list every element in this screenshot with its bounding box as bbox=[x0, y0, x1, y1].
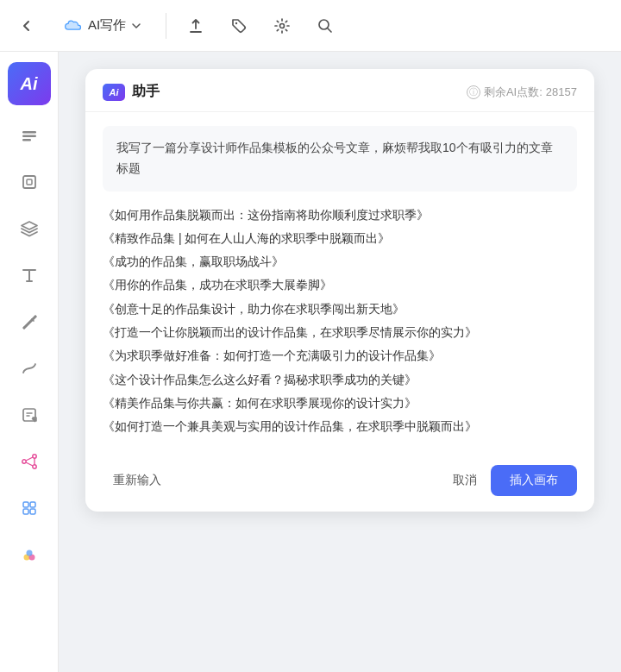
cloud-icon bbox=[64, 19, 83, 33]
action-bar: 重新输入 取消 插入画布 bbox=[85, 451, 594, 512]
settings-button[interactable] bbox=[268, 12, 296, 40]
svg-rect-4 bbox=[22, 135, 36, 138]
curve-icon bbox=[20, 359, 39, 378]
sidebar-item-frame[interactable] bbox=[8, 160, 51, 204]
nodes-icon bbox=[20, 452, 39, 471]
tag-icon bbox=[230, 17, 248, 35]
svg-point-9 bbox=[22, 460, 25, 463]
upload-icon bbox=[187, 17, 204, 35]
svg-point-10 bbox=[32, 455, 35, 458]
sidebar-item-curve[interactable] bbox=[8, 347, 51, 390]
layers-icon bbox=[20, 219, 39, 238]
tag-button[interactable] bbox=[225, 12, 253, 40]
back-button[interactable] bbox=[14, 13, 40, 39]
ai-write-label: AI写作 bbox=[88, 17, 126, 34]
points-label: 剩余AI点数: bbox=[484, 85, 543, 100]
ai-sidebar-badge[interactable]: Ai bbox=[8, 62, 51, 105]
svg-point-1 bbox=[280, 23, 285, 28]
settings-icon bbox=[273, 17, 291, 35]
svg-rect-15 bbox=[23, 502, 28, 507]
query-box: 我写了一篇分享设计师作品集模板的公众号文章，麻烦帮我取10个有吸引力的文章标题 bbox=[103, 126, 577, 192]
result-item: 《创意十足的作品集设计，助力你在求职季闯出新天地》 bbox=[103, 298, 577, 321]
cancel-button[interactable]: 取消 bbox=[439, 466, 491, 495]
plugin-icon bbox=[20, 499, 39, 518]
svg-line-13 bbox=[26, 462, 33, 466]
sidebar-item-nodes[interactable] bbox=[8, 440, 51, 483]
search-icon bbox=[317, 17, 334, 35]
search-button[interactable] bbox=[311, 12, 339, 40]
toolbar: AI写作 bbox=[0, 0, 621, 52]
ai-panel-title-text: 助手 bbox=[132, 83, 160, 101]
svg-point-2 bbox=[319, 20, 329, 29]
lines-icon bbox=[20, 126, 39, 145]
sidebar-item-note[interactable] bbox=[8, 393, 51, 436]
note-icon bbox=[20, 405, 39, 424]
result-item: 《精美作品集与你共赢：如何在求职季展现你的设计实力》 bbox=[103, 392, 577, 415]
pen-icon bbox=[20, 312, 39, 331]
frame-icon bbox=[20, 173, 39, 192]
result-item: 《如何打造一个兼具美观与实用的设计作品集，在求职季中脱颖而出》 bbox=[103, 415, 577, 438]
sidebar: Ai bbox=[0, 52, 59, 672]
svg-rect-3 bbox=[22, 131, 36, 134]
sidebar-item-tokens[interactable] bbox=[8, 533, 51, 576]
result-item: 《用你的作品集，成功在求职季大展拳脚》 bbox=[103, 273, 577, 297]
points-value: 28157 bbox=[546, 85, 577, 98]
svg-point-0 bbox=[235, 22, 237, 23]
result-item: 《这个设计作品集怎么这么好看？揭秘求职季成功的关键》 bbox=[103, 368, 577, 392]
sidebar-item-lines[interactable] bbox=[8, 114, 51, 157]
ai-panel-header: Ai 助手 ⓘ 剩余AI点数: 28157 bbox=[85, 69, 594, 112]
results-box: 《如何用作品集脱颖而出：这份指南将助你顺利度过求职季》《精致作品集 | 如何在人… bbox=[103, 204, 577, 439]
ai-logo: Ai bbox=[103, 84, 125, 101]
sidebar-item-pen[interactable] bbox=[8, 300, 51, 343]
insert-button[interactable]: 插入画布 bbox=[491, 465, 577, 496]
text-icon bbox=[20, 266, 39, 285]
info-icon: ⓘ bbox=[467, 85, 480, 99]
svg-point-11 bbox=[32, 465, 35, 468]
result-item: 《成功的作品集，赢取职场战斗》 bbox=[103, 250, 577, 273]
result-item: 《打造一个让你脱颖而出的设计作品集，在求职季尽情展示你的实力》 bbox=[103, 321, 577, 344]
main-area: Ai bbox=[0, 52, 621, 672]
tokens-icon bbox=[20, 545, 39, 564]
toolbar-divider bbox=[166, 13, 166, 39]
ai-panel-title: Ai 助手 bbox=[103, 83, 160, 101]
content-area: Ai 助手 ⓘ 剩余AI点数: 28157 我写了一篇分享设计师作品集模板的公众… bbox=[59, 52, 621, 672]
sidebar-item-text[interactable] bbox=[8, 254, 51, 297]
ai-points: ⓘ 剩余AI点数: 28157 bbox=[467, 85, 577, 100]
result-item: 《精致作品集 | 如何在人山人海的求职季中脱颖而出》 bbox=[103, 227, 577, 250]
ai-write-button[interactable]: AI写作 bbox=[55, 12, 150, 39]
reinput-button[interactable]: 重新输入 bbox=[103, 466, 172, 495]
sidebar-item-plugin[interactable] bbox=[8, 487, 51, 530]
svg-point-21 bbox=[26, 550, 32, 556]
upload-button[interactable] bbox=[182, 12, 210, 40]
query-text: 我写了一篇分享设计师作品集模板的公众号文章，麻烦帮我取10个有吸引力的文章标题 bbox=[116, 141, 553, 175]
chevron-down-icon bbox=[131, 21, 141, 31]
svg-rect-7 bbox=[27, 179, 32, 185]
svg-line-12 bbox=[26, 457, 33, 461]
svg-rect-5 bbox=[22, 139, 31, 141]
result-item: 《为求职季做好准备：如何打造一个充满吸引力的设计作品集》 bbox=[103, 344, 577, 367]
sidebar-item-layers[interactable] bbox=[8, 207, 51, 250]
svg-rect-6 bbox=[23, 176, 35, 188]
svg-rect-18 bbox=[30, 509, 35, 514]
svg-rect-17 bbox=[23, 509, 28, 514]
svg-rect-16 bbox=[30, 502, 35, 507]
ai-panel: Ai 助手 ⓘ 剩余AI点数: 28157 我写了一篇分享设计师作品集模板的公众… bbox=[85, 69, 594, 512]
result-item: 《如何用作品集脱颖而出：这份指南将助你顺利度过求职季》 bbox=[103, 204, 577, 227]
